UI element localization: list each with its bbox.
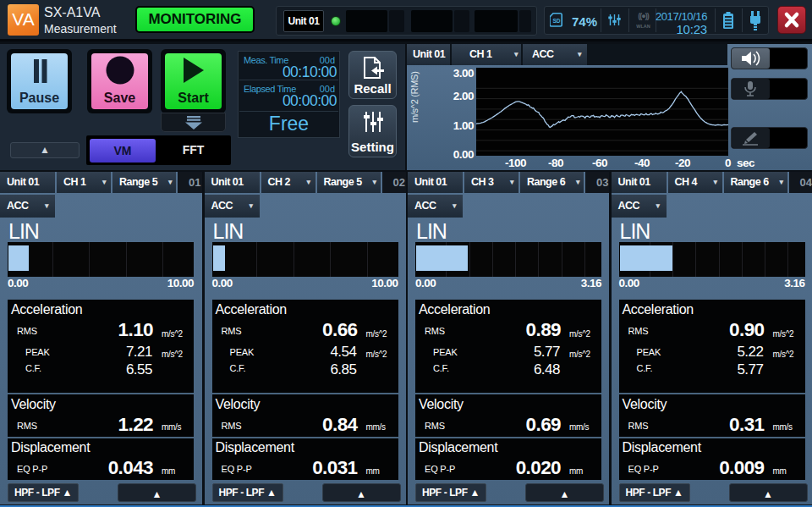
svg-text:SD: SD [552,18,560,24]
